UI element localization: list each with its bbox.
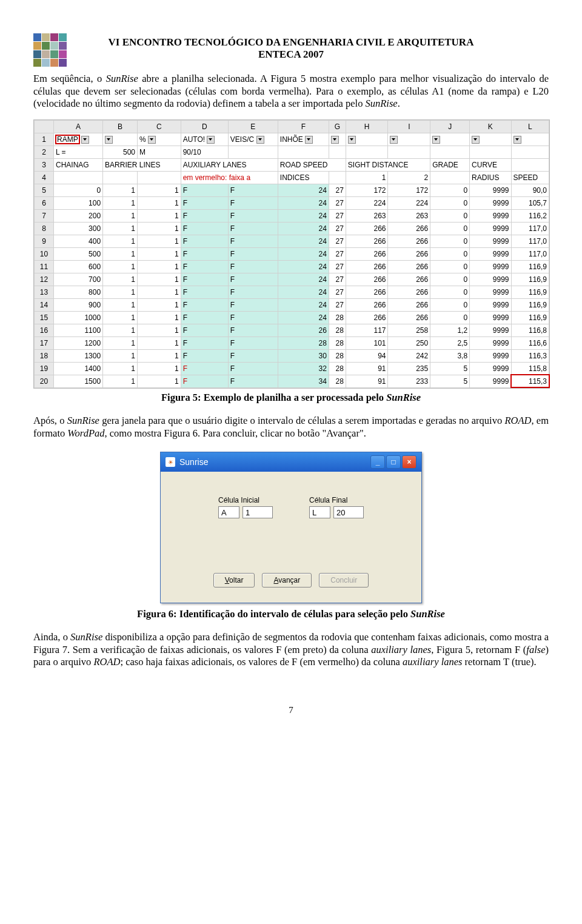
row-header[interactable]: 9 [35, 235, 54, 247]
cell[interactable]: 0 [430, 286, 470, 298]
cell[interactable]: 266 [388, 222, 430, 235]
cell[interactable]: 9999 [470, 235, 511, 247]
cell[interactable]: 266 [346, 311, 388, 324]
dropdown-icon[interactable] [81, 136, 89, 144]
cell[interactable]: 24 [278, 235, 329, 247]
cell[interactable] [470, 146, 511, 158]
cell[interactable]: 1 [138, 324, 181, 336]
cell[interactable] [329, 146, 346, 158]
cell[interactable]: 9999 [470, 336, 511, 349]
cell[interactable]: 117,0 [511, 247, 549, 260]
cell[interactable]: 235 [388, 362, 430, 375]
cell[interactable]: CHAINAG [54, 158, 103, 171]
cell[interactable]: 266 [346, 222, 388, 235]
cell[interactable]: F [228, 184, 278, 196]
cell[interactable]: 28 [329, 336, 346, 349]
cell[interactable]: F [228, 209, 278, 222]
cell[interactable]: 1100 [54, 324, 103, 336]
cell[interactable]: 200 [54, 209, 103, 222]
cell[interactable]: 116,9 [511, 311, 549, 324]
minimize-icon[interactable]: _ [370, 455, 385, 469]
cell[interactable]: F [228, 196, 278, 209]
cell[interactable]: 266 [388, 260, 430, 273]
close-icon[interactable]: × [402, 455, 416, 469]
cell[interactable]: 90,0 [511, 184, 549, 196]
row-header[interactable]: 5 [35, 184, 54, 196]
cell[interactable]: 500 [103, 146, 138, 158]
cell[interactable]: F [228, 247, 278, 260]
cell[interactable]: 3,8 [430, 349, 470, 362]
col-header[interactable]: F [278, 120, 329, 133]
cell[interactable]: 9999 [470, 196, 511, 209]
row-header[interactable]: 12 [35, 273, 54, 286]
cell[interactable]: 0 [430, 298, 470, 311]
cell[interactable]: % [138, 133, 181, 146]
cell[interactable]: 28 [278, 336, 329, 349]
cell[interactable]: 1 [138, 260, 181, 273]
cell[interactable] [511, 133, 549, 146]
row-header[interactable]: 14 [35, 298, 54, 311]
row-header[interactable]: 4 [35, 171, 54, 184]
cell[interactable]: F [228, 260, 278, 273]
cell[interactable]: F [181, 349, 228, 362]
cell[interactable]: 800 [54, 286, 103, 298]
cell[interactable]: F [228, 235, 278, 247]
cell[interactable]: 24 [278, 260, 329, 273]
cell[interactable]: 266 [388, 247, 430, 260]
cell[interactable]: 28 [329, 375, 346, 387]
cell[interactable]: 1500 [54, 375, 103, 387]
cell[interactable]: 258 [388, 324, 430, 336]
cell[interactable]: VEIS/C [228, 133, 278, 146]
cell[interactable] [388, 146, 430, 158]
cell[interactable] [430, 146, 470, 158]
cell[interactable]: 172 [388, 184, 430, 196]
cell[interactable]: SPEED [511, 171, 549, 184]
col-header[interactable]: B [103, 120, 138, 133]
cell[interactable]: F [181, 209, 228, 222]
cell[interactable]: F [181, 273, 228, 286]
cell[interactable]: 1300 [54, 349, 103, 362]
cell[interactable]: 1 [103, 362, 138, 375]
dropdown-icon[interactable] [472, 136, 480, 144]
cell[interactable]: BARRIER LINES [103, 158, 181, 171]
cell[interactable] [346, 146, 388, 158]
cell[interactable] [388, 133, 430, 146]
cell[interactable]: 1000 [54, 311, 103, 324]
cell[interactable]: 27 [329, 273, 346, 286]
cell[interactable]: 27 [329, 209, 346, 222]
row-header[interactable]: 13 [35, 286, 54, 298]
cell[interactable]: 700 [54, 273, 103, 286]
cell[interactable]: 117 [346, 324, 388, 336]
cell[interactable]: 94 [346, 349, 388, 362]
cell[interactable]: 233 [388, 375, 430, 387]
cell[interactable]: 1 [138, 362, 181, 375]
cell[interactable]: M [138, 146, 181, 158]
col-header[interactable]: I [388, 120, 430, 133]
cell[interactable]: 9999 [470, 247, 511, 260]
cell[interactable]: 0 [430, 184, 470, 196]
cell[interactable]: 26 [278, 324, 329, 336]
cell[interactable]: F [228, 311, 278, 324]
cell[interactable]: F [228, 286, 278, 298]
cell[interactable]: 0 [54, 184, 103, 196]
col-header[interactable]: E [228, 120, 278, 133]
input-col-final[interactable] [309, 506, 330, 518]
cell[interactable]: 2,5 [430, 336, 470, 349]
cell[interactable]: 1 [346, 171, 388, 184]
cell[interactable]: 115,8 [511, 362, 549, 375]
cell[interactable]: 30 [278, 349, 329, 362]
cell[interactable]: 9999 [470, 260, 511, 273]
cell[interactable]: 1 [103, 222, 138, 235]
cell[interactable] [103, 171, 138, 184]
cell[interactable]: 1 [103, 235, 138, 247]
cell[interactable]: 1 [103, 286, 138, 298]
cell[interactable]: 1 [103, 349, 138, 362]
cell[interactable]: 1 [103, 298, 138, 311]
cell[interactable]: 224 [388, 196, 430, 209]
cell[interactable]: RAMP [54, 133, 103, 146]
cell[interactable]: 9999 [470, 222, 511, 235]
cell[interactable]: 1 [103, 184, 138, 196]
cell[interactable]: F [228, 298, 278, 311]
cell[interactable]: 172 [346, 184, 388, 196]
cell[interactable]: F [228, 336, 278, 349]
